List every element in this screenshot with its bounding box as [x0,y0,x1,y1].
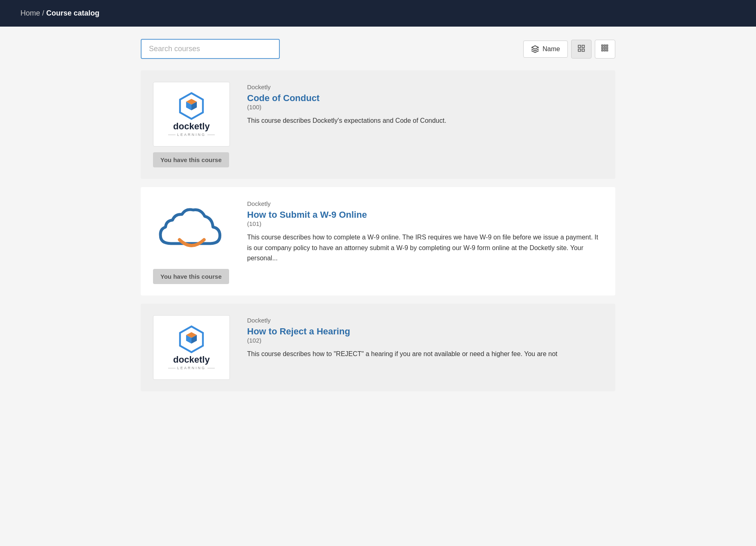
layers-icon [531,45,539,53]
course-list: docketly LEARNING You have this course D… [141,70,615,391]
list-view-icon [577,44,585,52]
course-info: Docketly Code of Conduct (100) This cour… [247,82,603,126]
svg-rect-7 [606,45,608,46]
course-thumbnail: docketly LEARNING [153,315,230,380]
course-code: (100) [247,104,603,111]
controls-row: Name [141,39,615,59]
sort-label: Name [542,45,560,53]
course-card: docketly LEARNING You have this course D… [141,70,615,179]
course-title[interactable]: How to Submit a W-9 Online [247,210,367,220]
svg-rect-12 [604,50,605,51]
svg-rect-8 [602,47,603,48]
you-have-course-button[interactable]: You have this course [153,269,229,284]
grid-view-button[interactable] [595,40,615,59]
page-header: Home / Course catalog [0,0,756,27]
svg-marker-0 [532,45,539,49]
course-code: (102) [247,337,603,344]
list-view-button[interactable] [571,40,592,59]
sort-button[interactable]: Name [523,41,568,58]
course-description: This course describes how to "REJECT" a … [247,349,603,359]
svg-rect-11 [602,50,603,51]
course-title[interactable]: Code of Conduct [247,93,320,103]
course-description: This course describes Docketly's expecta… [247,115,603,126]
svg-rect-3 [578,49,581,51]
course-thumbnail-wrap: docketly LEARNING You have this course [153,82,235,167]
view-controls: Name [523,40,615,59]
svg-rect-9 [604,47,605,48]
you-have-course-button[interactable]: You have this course [153,152,229,167]
course-card: You have this course Docketly How to Sub… [141,187,615,296]
breadcrumb-separator: / [42,9,46,17]
course-thumbnail [153,199,230,263]
svg-rect-6 [604,45,605,46]
search-input[interactable] [141,39,280,59]
breadcrumb: Home / Course catalog [20,9,99,18]
svg-rect-1 [578,45,581,47]
course-title[interactable]: How to Reject a Hearing [247,326,350,336]
course-code: (101) [247,220,603,227]
course-thumbnail: docketly LEARNING [153,82,230,147]
course-card: docketly LEARNING Docketly How to Reject… [141,304,615,391]
course-info: Docketly How to Submit a W-9 Online (101… [247,199,603,264]
course-provider: Docketly [247,317,603,324]
svg-rect-10 [606,47,608,48]
main-content: Name [120,27,636,412]
breadcrumb-current: Course catalog [46,9,99,17]
course-description: This course describes how to complete a … [247,232,603,264]
course-thumbnail-wrap: docketly LEARNING [153,315,235,380]
grid-view-icon [601,44,609,52]
course-thumbnail-wrap: You have this course [153,199,235,284]
course-provider: Docketly [247,200,603,207]
home-link[interactable]: Home [20,9,40,17]
course-provider: Docketly [247,83,603,90]
svg-rect-13 [606,50,608,51]
svg-rect-4 [582,49,585,51]
course-info: Docketly How to Reject a Hearing (102) T… [247,315,603,359]
svg-rect-2 [582,45,585,47]
svg-rect-5 [602,45,603,46]
